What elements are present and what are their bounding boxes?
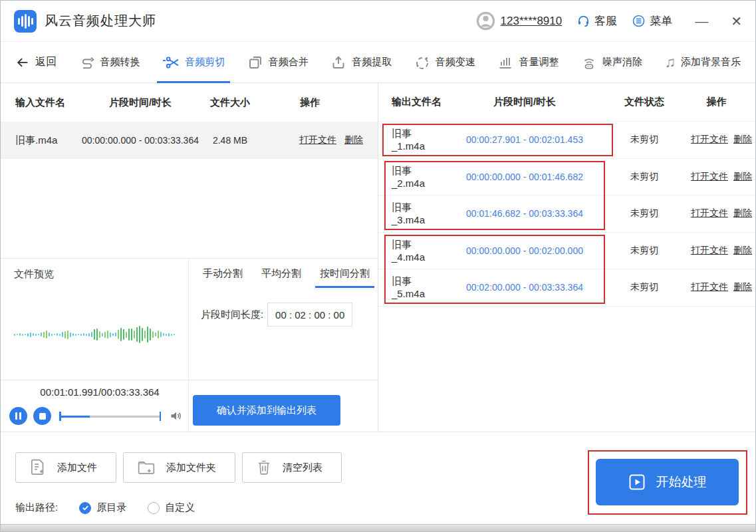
output-file-name: 旧事_5.m4a (378, 275, 441, 299)
open-file-link[interactable]: 打开文件 (299, 134, 336, 146)
output-file-time: 00:01:46.682 - 00:03:33.364 (441, 208, 608, 219)
output-row-2[interactable]: 旧事_2.m4a 00:00:00.000 - 00:01:46.682 未剪切… (378, 159, 755, 196)
radio-custom-directory[interactable]: 自定义 (148, 501, 195, 514)
title-bar: 风云音频处理大师 123****8910 客服 (1, 1, 755, 42)
tab-audio-convert[interactable]: 音频转换 (79, 42, 140, 83)
trash-icon (256, 459, 272, 476)
output-file-time: 00:02:00.000 - 00:03:33.364 (441, 282, 608, 293)
app-logo-icon (14, 10, 37, 33)
output-row-5[interactable]: 旧事_5.m4a 00:02:00.000 - 00:03:33.364 未剪切… (378, 269, 755, 307)
split-mode-tabs: 手动分割 平均分割 按时间分割 (189, 259, 378, 288)
app-window: 风云音频处理大师 123****8910 客服 (0, 0, 756, 532)
output-row-3[interactable]: 旧事_3.m4a 00:01:46.682 - 00:03:33.364 未剪切… (378, 196, 755, 233)
output-file-status: 未剪切 (608, 281, 681, 293)
input-file-time: 00:00:00.000 - 00:03:33.364 (77, 135, 203, 146)
input-panel: 输入文件名 片段时间/时长 文件大小 操作 旧事.m4a 00:00:00.00… (1, 83, 378, 432)
scissors-icon (162, 55, 180, 70)
account-number[interactable]: 123****8910 (501, 15, 563, 28)
app-title: 风云音频处理大师 (45, 12, 156, 30)
output-file-name: 旧事_2.m4a (378, 165, 441, 189)
open-file-link[interactable]: 打开文件 (691, 207, 728, 219)
output-file-name: 旧事_3.m4a (378, 201, 441, 225)
convert-icon (79, 55, 95, 70)
speed-icon (414, 55, 430, 70)
tab-audio-cut[interactable]: 音频剪切 (162, 42, 225, 83)
tab-noise-removal[interactable]: 噪声消除 (581, 42, 642, 83)
file-preview-panel: 文件预览 00:01:01.991/00:03:33.364 (1, 259, 189, 432)
window-bottom-edge (1, 524, 755, 532)
pause-icon (15, 412, 17, 420)
input-table-row[interactable]: 旧事.m4a 00:00:00.000 - 00:03:33.364 2.48 … (1, 122, 378, 159)
headset-icon (576, 14, 590, 28)
volume-adjust-icon (497, 55, 513, 70)
delete-link[interactable]: 删除 (733, 134, 752, 146)
player-bar: 00:01:01.991/00:03:33.364 (1, 380, 188, 432)
bgm-icon: ♫ (665, 55, 676, 70)
output-file-status: 未剪切 (608, 171, 681, 183)
radio-checked-icon (79, 502, 91, 514)
tab-time-split[interactable]: 按时间分割 (318, 259, 372, 288)
confirm-add-output-button[interactable]: 确认并添加到输出列表 (193, 395, 340, 426)
output-file-time: 00:00:00.000 - 00:02:00.000 (441, 245, 608, 256)
tab-manual-split[interactable]: 手动分割 (201, 259, 245, 288)
input-table-header: 输入文件名 片段时间/时长 文件大小 操作 (1, 83, 378, 122)
input-file-size: 2.48 MB (203, 135, 257, 146)
delete-link[interactable]: 删除 (733, 207, 752, 219)
minimize-button[interactable]: — (695, 15, 708, 28)
split-panel: 手动分割 平均分割 按时间分割 片段时间长度: 确认并添加到输出列表 (189, 259, 378, 432)
radio-unchecked-icon (148, 502, 160, 514)
delete-link[interactable]: 删除 (344, 134, 363, 146)
delete-link[interactable]: 删除 (733, 281, 752, 293)
customer-service-button[interactable]: 客服 (576, 13, 617, 29)
waveform (14, 321, 175, 348)
output-table-header: 输出文件名 片段时间/时长 文件状态 操作 (378, 83, 755, 122)
output-file-status: 未剪切 (608, 245, 681, 257)
add-file-button[interactable]: 添加文件 (15, 452, 116, 483)
back-button[interactable]: 返回 (15, 55, 57, 70)
clear-list-button[interactable]: 清空列表 (242, 452, 342, 483)
play-icon (628, 473, 646, 491)
open-file-link[interactable]: 打开文件 (691, 171, 728, 183)
tab-audio-merge[interactable]: 音频合并 (247, 42, 309, 83)
segment-duration-label: 片段时间长度: (201, 309, 263, 321)
toolbar: 返回 音频转换 音频剪切 音频合并 (1, 42, 755, 83)
progress-slider[interactable] (59, 411, 161, 422)
output-row-4[interactable]: 旧事_4.m4a 00:00:00.000 - 00:02:00.000 未剪切… (378, 233, 755, 270)
menu-button[interactable]: 菜单 (632, 13, 672, 29)
tab-volume-adjust[interactable]: 音量调整 (497, 42, 559, 83)
open-file-link[interactable]: 打开文件 (691, 281, 728, 293)
tab-add-background-music[interactable]: ♫ 添加背景音乐 (665, 42, 741, 83)
tab-audio-speed[interactable]: 音频变速 (414, 42, 475, 83)
denoise-icon (581, 55, 597, 70)
preview-title: 文件预览 (14, 268, 54, 281)
bottom-bar: 添加文件 添加文件夹 清空列表 (1, 432, 755, 524)
extract-icon (330, 55, 346, 70)
output-file-name: 旧事_1.m4a (378, 128, 441, 152)
menu-icon (632, 14, 646, 28)
main-area: 输入文件名 片段时间/时长 文件大小 操作 旧事.m4a 00:00:00.00… (1, 83, 755, 432)
output-row-1[interactable]: 旧事_1.m4a 00:00:27.901 - 00:02:01.453 未剪切… (378, 122, 755, 159)
volume-icon[interactable] (169, 409, 183, 423)
playback-time: 00:01:01.991/00:03:33.364 (1, 386, 188, 398)
tab-average-split[interactable]: 平均分割 (259, 259, 303, 288)
stop-icon (39, 413, 46, 420)
open-file-link[interactable]: 打开文件 (691, 134, 728, 146)
avatar-icon[interactable] (476, 11, 495, 31)
add-folder-button[interactable]: 添加文件夹 (123, 452, 235, 483)
start-processing-button[interactable]: 开始处理 (596, 459, 739, 505)
radio-original-directory[interactable]: 原目录 (79, 501, 126, 514)
stop-button[interactable] (33, 407, 51, 425)
close-button[interactable]: ✕ (731, 15, 742, 28)
output-path-label: 输出路径: (15, 501, 58, 514)
output-file-time: 00:00:00.000 - 00:01:46.682 (441, 172, 608, 182)
delete-link[interactable]: 删除 (733, 245, 752, 257)
delete-link[interactable]: 删除 (733, 171, 752, 183)
tab-audio-extract[interactable]: 音频提取 (330, 42, 392, 83)
pause-button[interactable] (9, 407, 27, 425)
open-file-link[interactable]: 打开文件 (691, 245, 728, 257)
add-folder-icon (137, 459, 156, 476)
segment-duration-input[interactable] (267, 303, 352, 327)
merge-icon (247, 55, 263, 70)
output-file-name: 旧事_4.m4a (378, 239, 441, 263)
output-file-status: 未剪切 (608, 134, 681, 146)
